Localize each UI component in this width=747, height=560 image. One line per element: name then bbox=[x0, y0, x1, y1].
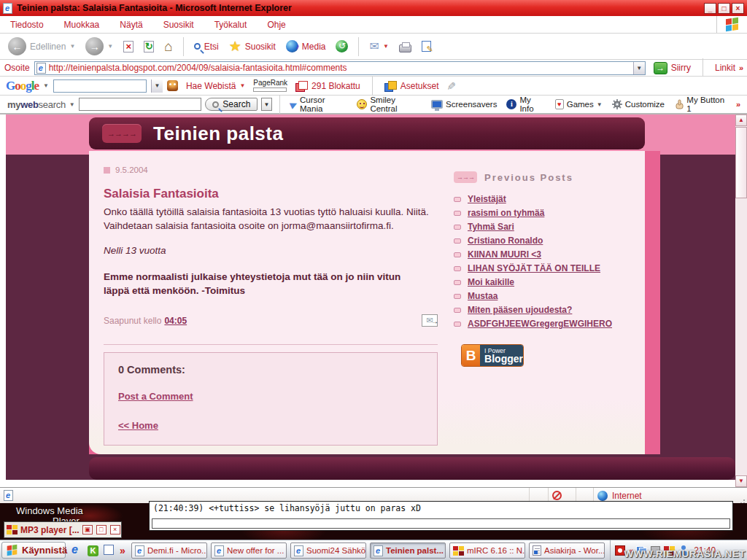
media-button[interactable]: Media bbox=[282, 39, 330, 54]
scroll-up-icon[interactable]: ▲ bbox=[735, 114, 747, 126]
post-timestamp-link[interactable]: 04:05 bbox=[164, 316, 187, 326]
history-button[interactable]: ↺ bbox=[332, 39, 352, 54]
previous-post-link[interactable]: ASDFGHJEEWGregergEWGIHERO bbox=[468, 319, 612, 329]
task-mirc[interactable]: mIRC 6.16 :: N... bbox=[449, 542, 525, 559]
blogger-badge[interactable]: B I Power Blogger bbox=[461, 344, 524, 367]
scroll-down-icon[interactable]: ▼ bbox=[735, 475, 747, 487]
menu-tyokalut[interactable]: Työkalut bbox=[204, 20, 258, 30]
previous-post-link[interactable]: KIINAN MUURI <3 bbox=[468, 249, 541, 260]
tray-grey-icon[interactable] bbox=[651, 546, 660, 555]
menu-ohje[interactable]: Ohje bbox=[257, 20, 295, 30]
task-wordpad[interactable]: Asiakirja - Wor... bbox=[529, 542, 605, 559]
google-search-web-button[interactable]: Hae Webistä ▼ bbox=[182, 79, 249, 93]
links-button[interactable]: Linkit » bbox=[711, 61, 746, 74]
resize-grip[interactable] bbox=[737, 488, 747, 503]
mp3-player-window[interactable]: MP3 player [... ▣ □ × bbox=[4, 521, 122, 538]
mws-search-dropdown-icon[interactable]: ▼ bbox=[261, 98, 271, 111]
mws-logo-dropdown-icon[interactable]: ▼ bbox=[69, 101, 75, 108]
maximize-icon[interactable]: □ bbox=[96, 525, 107, 534]
previous-post-link[interactable]: Mustaa bbox=[468, 291, 498, 301]
list-item: Tyhmä Sari bbox=[454, 222, 638, 232]
restore-icon[interactable]: ▣ bbox=[82, 525, 93, 534]
search-button[interactable]: Etsi bbox=[190, 40, 222, 53]
privacy-report-icon[interactable] bbox=[552, 491, 562, 500]
games-button[interactable]: ♥ Games ▼ bbox=[552, 99, 605, 109]
previous-post-link[interactable]: LIHAN SYÖJÄT TÄÄ ON TEILLE bbox=[468, 263, 600, 273]
menu-nayta[interactable]: Näytä bbox=[109, 20, 152, 30]
address-dropdown-icon[interactable]: ▼ bbox=[633, 62, 645, 74]
menu-tiedosto[interactable]: Tiedosto bbox=[0, 20, 54, 30]
email-post-icon[interactable]: ✉ bbox=[422, 314, 438, 327]
mywebsearch-input[interactable] bbox=[79, 98, 202, 111]
sidebar-arrows-icon: →→→ bbox=[454, 171, 477, 183]
screensavers-button[interactable]: Screensavers bbox=[428, 100, 500, 109]
back-icon: ← bbox=[8, 37, 26, 55]
task-teinien-palsta[interactable]: Teinien palst... bbox=[370, 542, 446, 559]
previous-post-link[interactable]: Tyhmä Sari bbox=[468, 222, 514, 232]
previous-post-link[interactable]: Moi kaikille bbox=[468, 277, 514, 287]
google-search-input[interactable] bbox=[53, 79, 147, 93]
go-button[interactable]: → Siirry bbox=[650, 61, 694, 76]
address-input[interactable]: http://teinienpalsta.blogspot.com/2004/0… bbox=[34, 61, 646, 75]
chat-input[interactable] bbox=[152, 518, 730, 529]
edit-button[interactable] bbox=[418, 39, 435, 53]
maximize-button[interactable]: □ bbox=[718, 3, 730, 14]
post-a-comment-link[interactable]: Post a Comment bbox=[118, 391, 193, 402]
favorites-button[interactable]: ★ Suosikit bbox=[225, 39, 279, 54]
mywebsearch-logo[interactable]: mywebsearch bbox=[7, 99, 66, 110]
print-button[interactable] bbox=[395, 39, 415, 54]
user-icon[interactable] bbox=[678, 545, 689, 556]
previous-post-link[interactable]: Yleistäjät bbox=[468, 194, 506, 204]
header-arrows-icon: →→→→ bbox=[102, 124, 142, 143]
refresh-button[interactable]: ↻ bbox=[140, 39, 158, 54]
stop-button[interactable]: × bbox=[120, 39, 137, 54]
my-button-1[interactable]: My Button 1 bbox=[671, 96, 732, 113]
back-button[interactable]: ← Edellinen ▼ bbox=[4, 36, 79, 57]
home-link[interactable]: << Home bbox=[118, 420, 158, 431]
blogger-b-icon: B bbox=[462, 345, 480, 366]
previous-post-link[interactable]: Miten pääsen ujoudesta? bbox=[468, 305, 572, 315]
close-icon[interactable]: × bbox=[110, 525, 120, 534]
google-logo-dropdown-icon[interactable]: ▼ bbox=[43, 82, 49, 89]
highlighter-pen-icon[interactable]: ✎ bbox=[445, 81, 458, 90]
task-demi[interactable]: Demi.fi - Micro... bbox=[131, 542, 207, 559]
post-date-row: 9.5.2004 bbox=[104, 166, 438, 174]
smiley-central-button[interactable]: Smiley Central bbox=[354, 96, 425, 113]
quicklaunch-desktop-icon[interactable] bbox=[104, 545, 114, 557]
task-new-offer[interactable]: New offer for ... bbox=[211, 542, 287, 559]
pagerank-widget[interactable]: PageRank bbox=[253, 79, 287, 92]
cursor-mania-button[interactable]: ▶ Cursor Mania bbox=[287, 96, 351, 113]
mirc-tray-icon[interactable] bbox=[664, 546, 675, 556]
tray-chevron-icon[interactable]: « bbox=[629, 546, 632, 555]
previous-post-link[interactable]: rasismi on tyhmää bbox=[468, 208, 544, 218]
google-logo[interactable]: Google bbox=[6, 79, 39, 93]
popup-blocker-button[interactable]: 291 Blokattu bbox=[292, 79, 364, 93]
task-suomi24[interactable]: Suomi24 Sähkö... bbox=[290, 542, 366, 559]
network-icon[interactable] bbox=[636, 546, 647, 555]
clock: 21:40 bbox=[694, 545, 716, 556]
toolbar-overflow-chevron-icon[interactable]: » bbox=[736, 100, 740, 109]
search-web-dropdown-icon: ▼ bbox=[239, 82, 245, 89]
quicklaunch-ie-icon[interactable]: e bbox=[71, 543, 78, 556]
status-page-icon bbox=[4, 490, 13, 501]
start-button[interactable]: Käynnistä bbox=[1, 542, 66, 559]
google-input-dropdown-icon[interactable]: ▼ bbox=[151, 79, 163, 93]
popup-blocker-icon bbox=[295, 81, 308, 91]
close-button[interactable]: × bbox=[732, 3, 744, 14]
my-info-button[interactable]: i My Info bbox=[503, 96, 548, 113]
menu-muokkaa[interactable]: Muokkaa bbox=[54, 20, 110, 30]
mail-button[interactable]: ✉ ▼ bbox=[365, 38, 392, 55]
vertical-scrollbar[interactable]: ▲ ▼ bbox=[735, 114, 747, 487]
quicklaunch-chevron-icon[interactable]: » bbox=[120, 545, 125, 556]
previous-post-link[interactable]: Cristiano Ronaldo bbox=[468, 236, 543, 246]
menu-suosikit[interactable]: Suosikit bbox=[153, 20, 204, 30]
minimize-button[interactable]: _ bbox=[704, 3, 716, 14]
mws-search-button[interactable]: Search bbox=[205, 98, 258, 111]
tray-red-icon[interactable] bbox=[615, 545, 625, 556]
google-settings-button[interactable]: Asetukset bbox=[381, 79, 443, 93]
customize-button[interactable]: Customize bbox=[609, 99, 667, 109]
forward-button[interactable]: → ▼ bbox=[82, 36, 117, 57]
quicklaunch-kazaa-icon[interactable]: K bbox=[88, 544, 98, 556]
scrollbar-thumb[interactable] bbox=[735, 127, 747, 198]
home-button[interactable]: ⌂ bbox=[160, 39, 176, 54]
